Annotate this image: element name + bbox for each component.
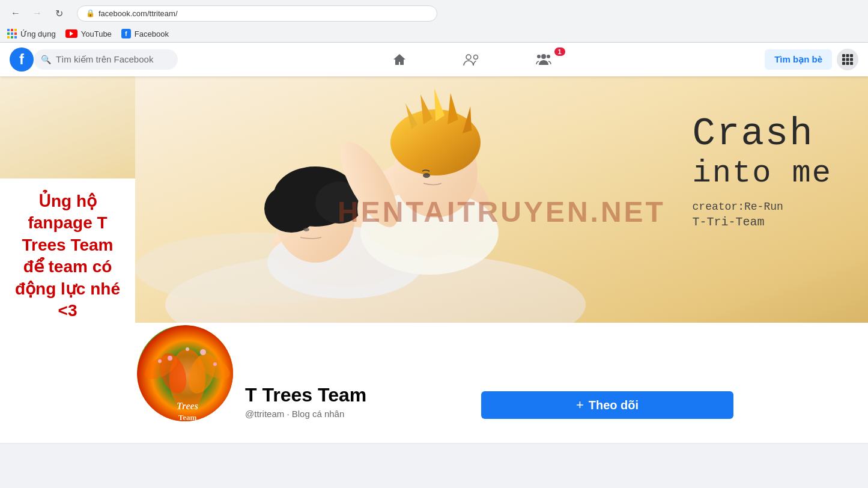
profile-section: Trees Team T Trees Team @ttriteam · Blog…: [0, 323, 868, 444]
svg-point-53: [213, 362, 217, 366]
left-sidebar: Ủng hộ fanpage T Trees Team để team có đ…: [0, 178, 135, 347]
friends-icon: [463, 52, 480, 67]
profile-handle: @ttriteam · Blog cá nhân: [245, 409, 472, 419]
profile-details: T Trees Team @ttriteam · Blog cá nhân: [245, 383, 472, 424]
manga-title-1: Crash: [693, 112, 832, 156]
svg-rect-4: [11, 32, 13, 35]
svg-rect-3: [7, 32, 10, 35]
youtube-label: YouTube: [81, 29, 112, 38]
svg-rect-22: [850, 62, 853, 65]
manga-title-overlay: Crash into me creator:Re-Run T-Tri-Team: [693, 112, 832, 229]
svg-rect-8: [14, 36, 17, 38]
sidebar-support-text: Ủng hộ fanpage T Trees Team để team có đ…: [0, 178, 135, 334]
svg-rect-14: [842, 54, 845, 57]
youtube-icon: [65, 29, 77, 38]
friends-nav-button[interactable]: [438, 45, 505, 74]
profile-avatar: Trees Team: [135, 323, 235, 424]
svg-point-50: [168, 356, 172, 361]
profile-actions: + Theo dõi: [481, 391, 733, 424]
search-icon: 🔍: [41, 55, 51, 64]
grid-menu-button[interactable]: [837, 49, 858, 70]
svg-point-9: [466, 55, 471, 59]
svg-rect-20: [842, 62, 845, 65]
address-bar[interactable]: 🔒 facebook.com/ttriteam/: [77, 5, 437, 22]
apps-label: Ứng dụng: [20, 29, 56, 38]
search-placeholder: Tìm kiếm trên Facebook: [56, 54, 153, 65]
svg-rect-16: [850, 54, 853, 57]
back-button[interactable]: ←: [7, 5, 24, 22]
svg-text:Trees: Trees: [177, 401, 198, 411]
svg-rect-0: [7, 29, 10, 31]
notification-badge: 1: [554, 47, 565, 56]
svg-rect-19: [850, 58, 853, 61]
people-icon: [535, 52, 552, 67]
svg-text:Team: Team: [178, 413, 197, 421]
manga-creator: creator:Re-Run: [693, 201, 832, 213]
facebook-logo-letter: f: [19, 51, 24, 68]
svg-point-13: [537, 55, 541, 58]
lock-icon: 🔒: [86, 9, 95, 17]
follow-plus-icon: +: [576, 397, 584, 413]
url-text: facebook.com/ttriteam/: [99, 9, 178, 18]
svg-rect-5: [14, 32, 17, 35]
forward-button[interactable]: →: [29, 5, 46, 22]
page-content: Ủng hộ fanpage T Trees Team để team có đ…: [0, 76, 868, 444]
svg-rect-15: [846, 54, 849, 57]
grid-menu-icon: [842, 53, 854, 66]
facebook-navbar: f 🔍 Tìm kiếm trên Facebook: [0, 43, 868, 76]
manga-team: T-Tri-Team: [693, 215, 832, 229]
facebook-label: Facebook: [135, 29, 169, 38]
profile-name: T Trees Team: [245, 383, 472, 406]
bookmarks-bar: Ứng dụng YouTube f Facebook: [0, 26, 868, 42]
search-bar[interactable]: 🔍 Tìm kiếm trên Facebook: [34, 49, 178, 70]
cover-illustration: HENTAITRUYEN.NET Crash into me creator:R…: [135, 76, 868, 347]
apps-icon: [7, 29, 17, 38]
follow-btn-label: Theo dõi: [589, 398, 639, 412]
facebook-logo[interactable]: f: [10, 47, 34, 72]
svg-point-11: [541, 54, 546, 59]
svg-rect-17: [842, 58, 845, 61]
home-nav-button[interactable]: [366, 45, 433, 74]
profile-info-row: Trees Team T Trees Team @ttriteam · Blog…: [0, 323, 868, 433]
find-friends-button[interactable]: Tìm bạn bè: [765, 49, 832, 70]
home-icon: [392, 52, 407, 67]
avatar-image: Trees Team: [137, 325, 233, 421]
follow-button[interactable]: + Theo dõi: [481, 391, 733, 419]
facebook-bookmark[interactable]: f Facebook: [121, 29, 169, 38]
svg-rect-2: [14, 29, 17, 31]
svg-point-42: [423, 173, 430, 178]
svg-point-52: [186, 347, 189, 351]
reload-button[interactable]: ↻: [50, 5, 67, 22]
svg-point-32: [303, 228, 309, 231]
browser-toolbar: ← → ↻ 🔒 facebook.com/ttriteam/: [0, 0, 868, 26]
svg-point-10: [473, 55, 478, 59]
apps-bookmark[interactable]: Ứng dụng: [7, 29, 56, 38]
svg-point-30: [264, 185, 318, 233]
svg-rect-1: [11, 29, 13, 31]
nav-right: Tìm bạn bè: [765, 49, 858, 70]
svg-point-54: [158, 359, 162, 363]
svg-point-12: [547, 55, 550, 58]
people-nav-button[interactable]: 1: [510, 45, 577, 74]
avatar-svg: Trees Team: [137, 325, 233, 421]
svg-rect-7: [11, 36, 13, 38]
cover-wrapper: Ủng hộ fanpage T Trees Team để team có đ…: [0, 76, 868, 347]
svg-rect-6: [7, 36, 10, 38]
facebook-bookmark-icon: f: [121, 29, 131, 38]
browser-chrome: ← → ↻ 🔒 facebook.com/ttriteam/ Ứng dụng: [0, 0, 868, 43]
svg-rect-21: [846, 62, 849, 65]
nav-center: 1: [178, 45, 765, 74]
youtube-bookmark[interactable]: YouTube: [65, 29, 112, 38]
svg-point-51: [200, 349, 206, 355]
manga-title-2: into me: [693, 156, 832, 191]
svg-rect-18: [846, 58, 849, 61]
